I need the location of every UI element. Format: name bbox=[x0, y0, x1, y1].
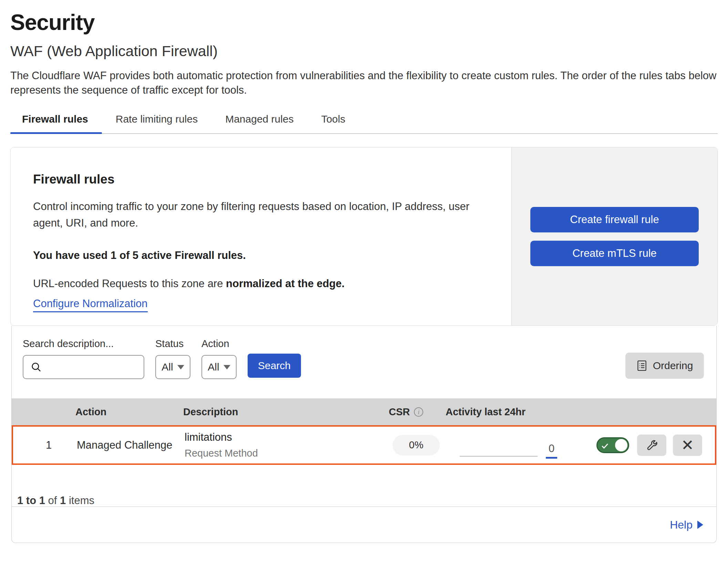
activity-cell: 0 bbox=[447, 427, 578, 463]
of-text: of bbox=[48, 494, 57, 506]
edit-rule-button[interactable] bbox=[637, 435, 666, 456]
header-activity: Activity last 24hr bbox=[446, 406, 576, 418]
tab-rate-limiting-rules[interactable]: Rate limiting rules bbox=[102, 111, 211, 133]
normalization-note-bold: normalized at the edge. bbox=[226, 278, 345, 290]
table-row[interactable]: 1 Managed Challenge limitations Request … bbox=[12, 425, 716, 465]
chevron-down-icon bbox=[177, 365, 184, 369]
help-bar: Help bbox=[12, 506, 716, 543]
usage-summary: You have used 1 of 5 active Firewall rul… bbox=[33, 249, 498, 262]
ordering-button[interactable]: Ordering bbox=[625, 353, 704, 379]
table-header: Action Description CSR i Activity last 2… bbox=[12, 398, 716, 425]
delete-rule-button[interactable]: ✕ bbox=[673, 435, 702, 456]
rule-csr-cell: 0% bbox=[390, 435, 447, 456]
rules-tabbar: Firewall rules Rate limiting rules Manag… bbox=[10, 111, 718, 134]
status-label: Status bbox=[155, 338, 190, 349]
header-action: Action bbox=[75, 406, 183, 418]
search-icon bbox=[30, 361, 42, 373]
rules-list-panel: Search description... Status All bbox=[11, 326, 717, 543]
help-link[interactable]: Help bbox=[670, 519, 703, 531]
wrench-icon bbox=[645, 439, 658, 452]
tab-managed-rules[interactable]: Managed rules bbox=[211, 111, 307, 133]
help-link-label: Help bbox=[670, 519, 693, 531]
rule-description: limitations bbox=[185, 431, 390, 443]
ordering-button-label: Ordering bbox=[653, 360, 693, 372]
card-description: Control incoming traffic to your zone by… bbox=[33, 198, 495, 231]
waf-security-page: Security WAF (Web Application Firewall) … bbox=[0, 0, 728, 564]
toggle-knob bbox=[615, 439, 627, 451]
action-select-value: All bbox=[208, 361, 219, 373]
card-actions-panel: Create firewall rule Create mTLS rule bbox=[511, 147, 717, 325]
status-select[interactable]: All bbox=[155, 355, 190, 379]
tab-firewall-rules[interactable]: Firewall rules bbox=[10, 111, 102, 133]
page-description: The Cloudflare WAF provides both automat… bbox=[10, 69, 718, 97]
csr-badge: 0% bbox=[393, 435, 440, 456]
rule-description-cell: limitations Request Method bbox=[185, 431, 390, 459]
activity-count[interactable]: 0 bbox=[546, 442, 557, 459]
total-text: 1 bbox=[60, 494, 66, 506]
range-text: 1 to 1 bbox=[17, 494, 45, 506]
page-subtitle: WAF (Web Application Firewall) bbox=[10, 43, 718, 60]
configure-normalization-link[interactable]: Configure Normalization bbox=[33, 297, 148, 312]
header-csr-label: CSR bbox=[389, 406, 410, 418]
firewall-rules-card: Firewall rules Control incoming traffic … bbox=[10, 147, 718, 326]
search-filter-group: Search description... bbox=[23, 338, 144, 379]
chevron-down-icon bbox=[223, 365, 230, 369]
check-icon bbox=[601, 442, 609, 450]
tab-tools[interactable]: Tools bbox=[308, 111, 359, 133]
normalization-note: URL-encoded Requests to this zone are no… bbox=[33, 278, 498, 290]
rule-expression: Request Method bbox=[185, 448, 390, 459]
header-csr: CSR i bbox=[389, 406, 446, 418]
rule-enabled-toggle[interactable] bbox=[596, 437, 629, 453]
page-title: Security bbox=[10, 10, 718, 35]
status-filter-group: Status All bbox=[155, 338, 190, 379]
pagination-summary: 1 to 1 of 1 items bbox=[12, 465, 716, 507]
firewall-rules-card-info: Firewall rules Control incoming traffic … bbox=[11, 147, 511, 325]
page-header: Security WAF (Web Application Firewall) … bbox=[0, 0, 728, 97]
activity-sparkline bbox=[460, 456, 538, 457]
create-firewall-rule-button[interactable]: Create firewall rule bbox=[530, 207, 699, 232]
arrow-right-icon bbox=[697, 521, 703, 529]
search-label: Search description... bbox=[23, 338, 144, 349]
create-mtls-rule-button[interactable]: Create mTLS rule bbox=[530, 241, 699, 266]
header-description: Description bbox=[183, 406, 389, 418]
card-heading: Firewall rules bbox=[33, 172, 498, 187]
search-input[interactable] bbox=[23, 355, 144, 379]
action-filter-group: Action All bbox=[201, 338, 237, 379]
normalization-note-prefix: URL-encoded Requests to this zone are bbox=[33, 278, 226, 290]
rule-priority: 1 bbox=[13, 439, 52, 451]
rule-action: Managed Challenge bbox=[77, 439, 185, 451]
search-button[interactable]: Search bbox=[248, 354, 301, 378]
info-icon[interactable]: i bbox=[414, 407, 423, 417]
status-select-value: All bbox=[162, 361, 173, 373]
close-icon: ✕ bbox=[681, 436, 694, 454]
items-text: items bbox=[69, 494, 94, 506]
ordered-list-icon bbox=[636, 359, 647, 372]
action-label: Action bbox=[201, 338, 237, 349]
action-select[interactable]: All bbox=[201, 355, 237, 379]
rule-controls: ✕ bbox=[578, 435, 715, 456]
filters-bar: Search description... Status All bbox=[12, 326, 716, 379]
